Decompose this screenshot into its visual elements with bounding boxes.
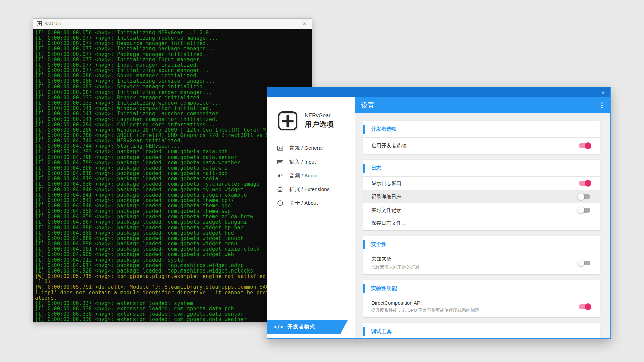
kebab-menu-icon[interactable] [599, 101, 605, 110]
keyboard-icon [277, 159, 284, 166]
sidebar-item-label: 扩展 / Extensions [289, 186, 330, 193]
section-header: 开发者选项 [363, 121, 600, 138]
settings-window: ✕ NERvGear 用户选项 [267, 87, 611, 339]
sidebar-item-label: 常规 / General [289, 145, 323, 152]
settings-content: 设置 开发者选项 启用开发者选项 [355, 97, 610, 338]
accent-bar [363, 327, 365, 336]
log-line: [I] 0:00:00:00.077 <nvg>: Resource manag… [35, 41, 312, 46]
accent-bar [363, 240, 365, 249]
setting-description: 提升图形性能，若 GPU 不兼容则可能使程序或系统崩溃 [371, 307, 479, 313]
settings-header: 设置 [355, 97, 610, 113]
maximize-button[interactable]: □ [282, 19, 297, 29]
section-title: 开发者选项 [371, 126, 397, 133]
setting-description: 允许安装未知来源的扩展 [371, 264, 419, 270]
accent-bar [363, 125, 365, 134]
section-header: 调试工具 [363, 323, 600, 338]
log-line: [I] 0:00:00:00.077 <nvg>: Package manage… [35, 52, 312, 57]
image-icon [277, 145, 284, 152]
app-logo-block: NERvGear 用户选项 [267, 97, 355, 130]
code-icon: </> [274, 324, 283, 330]
toggle-enable-dev-options[interactable] [579, 143, 590, 148]
setting-label: 记录详细日志 [371, 194, 401, 200]
settings-title: 设置 [361, 101, 374, 110]
log-line: [I] 0:00:00:00.086 <nvg>: Initializing s… [35, 78, 312, 84]
log-line: [I] 0:00:00:00.086 <nvg>: Sound manager … [35, 73, 312, 78]
minimize-button[interactable]: – [267, 19, 282, 29]
console-window-title: SAO Utils [44, 21, 267, 26]
setting-row-show-log-window: 显示日志窗口 [363, 177, 600, 190]
section-title: 调试工具 [371, 328, 392, 335]
setting-row-verbose-log: 记录详细日志 [363, 190, 600, 203]
card-debug-tools: 调试工具 [363, 323, 600, 338]
accent-bar [363, 284, 365, 293]
puzzle-icon [277, 186, 284, 193]
info-icon [277, 200, 284, 207]
section-title: 安全性 [371, 241, 387, 248]
log-line: [I] 0:00:00:00.077 <nvg>: Initializing p… [35, 46, 312, 51]
log-line: [I] 0:00:00:00.077 <nvg>: Initializing I… [35, 57, 312, 62]
toggle-unknown-sources[interactable] [579, 261, 590, 265]
card-experimental: 实验性功能 DirectComposition API 提升图形性能，若 GPU… [363, 280, 600, 317]
sidebar: NERvGear 用户选项 常规 / General [267, 97, 355, 338]
sidebar-item-audio[interactable]: 音频 / Audio [267, 169, 355, 183]
sidebar-item-label: 关于 / About [289, 200, 318, 207]
sidebar-item-extensions[interactable]: 扩展 / Extensions [267, 183, 355, 196]
setting-label: 显示日志窗口 [371, 180, 401, 187]
log-line: [I] 0:00:00:00.056 <nvg>: Initializing N… [35, 30, 312, 35]
sidebar-item-general[interactable]: 常规 / General [267, 141, 355, 155]
log-line: [I] 0:00:00:00.077 <nvg>: Initializing s… [35, 68, 312, 73]
section-title: 日志 [371, 165, 381, 172]
log-line: [I] 0:00:00:00.077 <nvg>: Initializing r… [35, 35, 312, 41]
app-name: NERvGear [305, 113, 334, 119]
accent-bar [363, 164, 365, 173]
window-controls: – □ ✕ [267, 19, 312, 29]
section-header: 安全性 [363, 236, 600, 253]
card-developer-options: 开发者选项 启用开发者选项 [363, 121, 600, 154]
speaker-icon [277, 172, 284, 179]
setting-label: 实时文件记录 [371, 207, 401, 214]
close-button[interactable]: ✕ [297, 19, 312, 29]
page-title: 用户选项 [305, 120, 334, 129]
setting-label: 启用开发者选项 [371, 143, 407, 149]
log-line: [I] 0:00:00:00.077 <nvg>: Input manager … [35, 62, 312, 68]
settings-scroll-area[interactable]: 开发者选项 启用开发者选项 日志 [355, 113, 610, 338]
sidebar-item-label: 输入 / Input [289, 159, 316, 166]
setting-row-enable-dev: 启用开发者选项 [363, 138, 600, 154]
setting-row-unknown-sources: 未知来源 允许安装未知来源的扩展 [363, 253, 600, 274]
setting-label: DirectComposition API [371, 300, 479, 306]
settings-body: NERvGear 用户选项 常规 / General [267, 97, 610, 338]
section-title: 实验性功能 [371, 285, 397, 292]
setting-label: 保存日志文件... [371, 220, 406, 226]
console-titlebar[interactable]: SAO Utils – □ ✕ [33, 19, 312, 29]
nervgear-plus-icon [37, 21, 42, 26]
section-header: 实验性功能 [363, 280, 600, 297]
toggle-verbose-log[interactable] [579, 194, 590, 199]
card-logging: 日志 显示日志窗口 记录详细日志 实时文 [363, 160, 600, 230]
setting-row-live-file-log: 实时文件记录 [363, 203, 600, 217]
setting-row-directcomposition: DirectComposition API 提升图形性能，若 GPU 不兼容则可… [363, 297, 600, 317]
developer-mode-ribbon[interactable]: </> 开发者模式 [267, 320, 348, 334]
close-icon[interactable]: ✕ [598, 87, 608, 97]
setting-row-save-log-file[interactable]: 保存日志文件... [363, 217, 600, 230]
toggle-live-file-log[interactable] [579, 208, 590, 213]
desktop: SAO Utils – □ ✕ [I] 0:00:00:00.056 <nvg>… [0, 0, 644, 362]
section-header: 日志 [363, 160, 600, 177]
sidebar-divider [273, 137, 348, 137]
toggle-directcomposition[interactable] [579, 304, 590, 309]
card-security: 安全性 未知来源 允许安装未知来源的扩展 [363, 236, 600, 274]
sidebar-item-about[interactable]: 关于 / About [267, 196, 355, 210]
sidebar-item-input[interactable]: 输入 / Input [267, 155, 355, 169]
developer-mode-label: 开发者模式 [287, 323, 315, 330]
settings-titlebar[interactable]: ✕ [267, 87, 610, 97]
nervgear-plus-logo-icon [278, 111, 297, 130]
sidebar-item-label: 音频 / Audio [289, 172, 318, 179]
setting-label: 未知来源 [371, 256, 419, 262]
toggle-show-log-window[interactable] [579, 181, 590, 186]
